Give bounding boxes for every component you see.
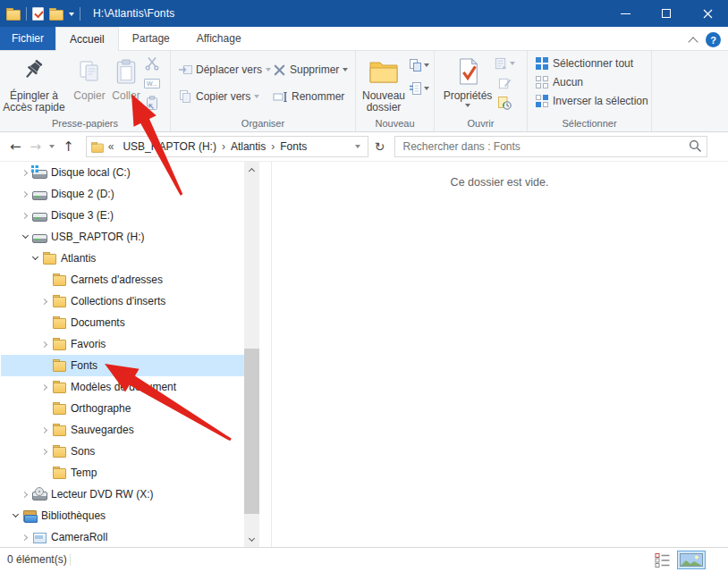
address-bar[interactable]: « USB_RAPTOR (H:)›Atlantis›Fonts [86,136,368,157]
cut-button[interactable] [141,55,163,72]
expand-icon[interactable] [38,444,52,458]
recent-locations-dropdown-icon[interactable] [49,145,55,148]
qat-properties-button[interactable] [32,7,44,21]
forward-button[interactable]: → [26,140,47,154]
back-button[interactable]: ← [5,140,26,154]
open-dropdown-icon [510,62,515,65]
qat-customize-dropdown-icon[interactable] [69,13,74,16]
rename-button[interactable]: Renommer [273,87,344,106]
qat-new-folder-button[interactable] [49,8,63,20]
tab-fichier[interactable]: Fichier [0,27,55,50]
tree-item-biblioth-ques[interactable]: Bibliothèques [1,505,244,526]
copy-to-button[interactable]: Copier vers [178,87,259,106]
breadcrumb-overflow-chevron[interactable]: « [105,140,118,153]
scrollbar-thumb[interactable] [244,349,259,514]
invert-selection-button[interactable]: Inverser la sélection [535,91,648,111]
scissors-icon [145,56,159,71]
tree-item-usb-raptor-h[interactable]: USB_RAPTOR (H:) [1,226,244,248]
folder-icon [52,444,66,458]
tree-item-disque-3-e[interactable]: Disque 3 (E:) [1,205,244,226]
tree-item-temp[interactable]: Temp [1,462,244,484]
collapse-icon[interactable] [8,509,22,523]
open-button[interactable] [494,55,515,72]
tab-accueil[interactable]: Accueil [55,27,119,51]
expand-icon[interactable] [38,294,52,308]
search-input[interactable] [394,136,707,157]
expand-icon[interactable] [38,423,52,437]
group-label-new: Nouveau [356,118,434,129]
tree-item-orthographe[interactable]: Orthographe [1,398,244,419]
copy-button[interactable]: Copier [70,53,109,121]
tree-item-sons[interactable]: Sons [1,441,244,462]
tree-item-sauvegardes[interactable]: Sauvegardes [1,419,244,441]
expand-icon[interactable] [18,487,32,501]
maximize-button[interactable] [646,0,687,27]
expand-icon[interactable] [38,337,52,351]
paste-shortcut-button[interactable] [141,94,163,112]
search-icon[interactable] [689,139,702,153]
tree-item-atlantis[interactable]: Atlantis [1,248,244,269]
close-button[interactable] [687,0,728,27]
tree-item-label: Disque 2 (D:) [51,188,114,200]
tab-partage[interactable]: Partage [119,27,183,50]
tree-scrollbar[interactable] [244,162,259,547]
tree-item-documents[interactable]: Documents [1,312,244,333]
details-view-button[interactable] [655,552,671,568]
help-icon[interactable]: ? [706,32,721,47]
expand-icon[interactable] [18,530,32,544]
drive-os-icon [32,165,47,180]
select-none-button[interactable]: Aucun [535,72,583,92]
history-button[interactable] [494,94,515,112]
easy-access-button[interactable] [408,80,429,97]
paste-button[interactable]: Coller [109,53,143,121]
tree-item-lecteur-dvd-rw-x[interactable]: Lecteur DVD RW (X:) [1,484,244,505]
empty-folder-message: Ce dossier est vide. [272,176,727,189]
new-item-button[interactable] [408,56,429,74]
collapse-ribbon-icon[interactable] [688,37,698,46]
edit-icon [498,77,512,90]
new-folder-button[interactable]: Nouveaudossier [359,53,409,121]
copy-path-button[interactable]: W... [141,74,163,92]
tree-item-cameraroll[interactable]: CameraRoll [1,526,244,547]
tree-item-favoris[interactable]: Favoris [1,333,244,355]
group-select: Sélectionner tout Aucun Inverser la séle… [528,51,652,131]
minimize-button[interactable] [605,0,646,27]
collapse-icon[interactable] [28,251,42,265]
tree-item-carnets-d-adresses[interactable]: Carnets d'adresses [1,269,244,290]
file-list-pane[interactable]: Ce dossier est vide. [272,162,727,547]
breadcrumb-item[interactable]: Atlantis [225,140,271,153]
address-dropdown-icon[interactable] [355,145,360,148]
tree-item-label: Sons [71,445,95,458]
expand-icon[interactable] [38,380,52,394]
refresh-button[interactable]: ↻ [368,139,392,154]
navigation-bar: ← → ↑ « USB_RAPTOR (H:)›Atlantis›Fonts ↻ [0,132,728,162]
scroll-up-icon[interactable] [244,162,259,177]
scroll-down-icon[interactable] [244,532,259,547]
tree-item-collections-d-inserts[interactable]: Collections d'inserts [1,290,244,312]
pin-to-quick-access-button[interactable]: Épingler àAccès rapide [2,53,66,121]
edit-button[interactable] [494,74,515,92]
minimize-icon [621,13,631,14]
thumbnails-view-button[interactable] [677,551,706,569]
expand-icon[interactable] [18,165,32,180]
up-button[interactable]: ↑ [58,140,79,154]
details-view-icon [655,552,671,568]
tree-item-label: USB_RAPTOR (H:) [51,231,144,243]
easy-access-icon [409,81,422,96]
tree-item-disque-local-c[interactable]: Disque local (C:) [1,162,244,183]
properties-button[interactable]: Propriétés [442,53,494,121]
expand-icon[interactable] [18,187,32,201]
tree-item-fonts[interactable]: Fonts [1,355,244,376]
tab-affichage[interactable]: Affichage [183,27,255,50]
item-count: 0 élément(s) [7,553,67,566]
select-all-button[interactable]: Sélectionner tout [535,54,633,73]
move-to-button[interactable]: Déplacer vers [178,60,271,80]
breadcrumb-item[interactable]: Fonts [275,140,312,153]
breadcrumb-item[interactable]: USB_RAPTOR (H:) [117,140,221,153]
collapse-icon[interactable] [18,230,32,244]
delete-button[interactable]: Supprimer [273,60,348,80]
expand-icon[interactable] [18,208,32,223]
tree-item-disque-2-d[interactable]: Disque 2 (D:) [1,183,244,205]
group-clipboard: Épingler àAccès rapide Copier [0,51,171,131]
tree-item-mod-les-de-document[interactable]: Modèles de document [1,376,244,398]
